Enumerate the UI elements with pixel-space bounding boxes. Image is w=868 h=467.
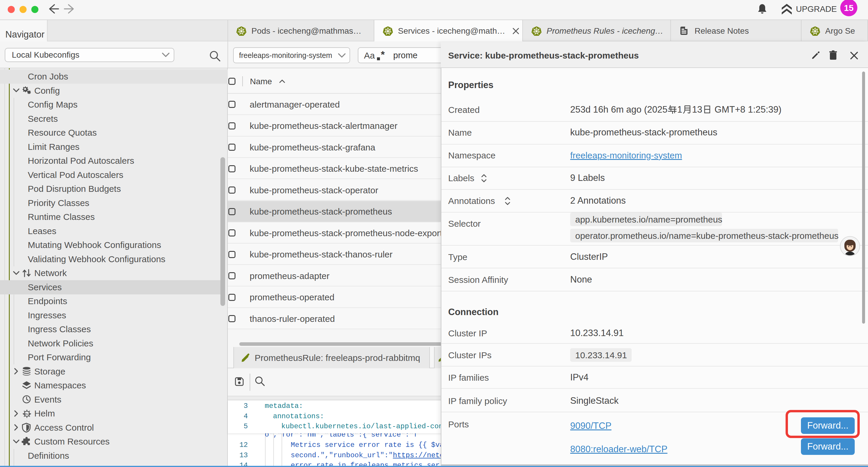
svg-text:HELM: HELM [23, 413, 30, 415]
